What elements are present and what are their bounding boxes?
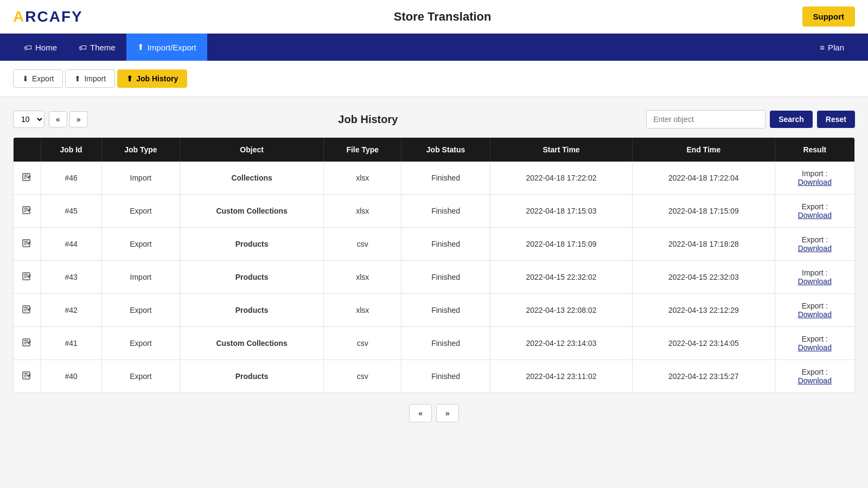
cell-end-time: 2022-04-12 23:14:05 (633, 327, 775, 360)
cell-job-type: Export (101, 327, 180, 360)
cell-file-type: xlsx (324, 261, 401, 294)
col-header-job-id: Job Id (41, 138, 101, 162)
cell-end-time: 2022-04-12 23:15:27 (633, 360, 775, 393)
cell-start-time: 2022-04-13 22:08:02 (490, 294, 632, 327)
download-link[interactable]: Download (798, 277, 832, 286)
page-size-select[interactable]: 10 25 50 (13, 111, 44, 128)
download-link[interactable]: Download (798, 343, 832, 352)
table-row: #43 Import Products xlsx Finished 2022-0… (14, 261, 854, 294)
result-prefix: Export : (802, 368, 828, 376)
row-edit-icon[interactable] (14, 228, 41, 261)
result-prefix: Import : (802, 169, 827, 178)
cell-job-type: Export (101, 228, 180, 261)
cell-job-type: Export (101, 294, 180, 327)
cell-job-status: Finished (401, 294, 490, 327)
download-link[interactable]: Download (798, 178, 832, 187)
cell-job-id: #44 (41, 228, 101, 261)
cell-end-time: 2022-04-18 17:22:04 (633, 162, 775, 195)
cell-start-time: 2022-04-18 17:22:02 (490, 162, 632, 195)
result-prefix: Export : (802, 202, 828, 211)
table-header-row: Job Id Job Type Object File Type Job Sta… (14, 138, 854, 162)
nav-item-plan[interactable]: ≡ Plan (809, 34, 855, 61)
import-tab-icon: ⬆ (74, 74, 81, 83)
table-row: #40 Export Products csv Finished 2022-04… (14, 360, 854, 393)
plan-icon: ≡ (820, 43, 825, 52)
nav-left: 🏷 Home 🏷 Theme ⬆ Import/Export (13, 34, 207, 61)
row-edit-icon[interactable] (14, 195, 41, 228)
job-history-tab-button[interactable]: ⬆ Job History (117, 69, 187, 88)
cell-job-status: Finished (401, 195, 490, 228)
table-row: #42 Export Products xlsx Finished 2022-0… (14, 294, 854, 327)
cell-result: Export : Download (775, 195, 854, 228)
table-row: #41 Export Custom Collections csv Finish… (14, 327, 854, 360)
row-edit-icon[interactable] (14, 294, 41, 327)
cell-file-type: csv (324, 327, 401, 360)
cell-job-type: Export (101, 360, 180, 393)
prev-page-button[interactable]: « (49, 111, 67, 127)
cell-start-time: 2022-04-12 23:14:03 (490, 327, 632, 360)
download-link[interactable]: Download (798, 310, 832, 319)
search-area: Search Reset (646, 110, 855, 129)
download-link[interactable]: Download (798, 376, 832, 385)
job-history-tab-icon: ⬆ (126, 74, 133, 83)
row-edit-icon[interactable] (14, 360, 41, 393)
cell-end-time: 2022-04-18 17:15:09 (633, 195, 775, 228)
download-link[interactable]: Download (798, 244, 832, 253)
nav-item-theme[interactable]: 🏷 Theme (68, 34, 126, 61)
col-header-file-type: File Type (324, 138, 401, 162)
table-row: #44 Export Products csv Finished 2022-04… (14, 228, 854, 261)
page-title: Store Translation (394, 10, 492, 24)
row-edit-icon[interactable] (14, 162, 41, 195)
cell-result: Export : Download (775, 327, 854, 360)
result-prefix: Import : (802, 268, 827, 277)
top-bar: ARCAFY Store Translation Support (0, 0, 868, 34)
bottom-pagination: « » (13, 393, 855, 433)
bottom-next-button[interactable]: » (436, 404, 459, 422)
search-button[interactable]: Search (770, 111, 813, 128)
cell-object: Products (180, 294, 324, 327)
col-header-object: Object (180, 138, 324, 162)
cell-file-type: xlsx (324, 294, 401, 327)
import-tab-button[interactable]: ⬆ Import (65, 69, 115, 88)
cell-object: Custom Collections (180, 327, 324, 360)
cell-result: Export : Download (775, 360, 854, 393)
col-header-end-time: End Time (633, 138, 775, 162)
bottom-prev-button[interactable]: « (409, 404, 432, 422)
cell-end-time: 2022-04-13 22:12:29 (633, 294, 775, 327)
cell-job-status: Finished (401, 228, 490, 261)
main-content: 10 25 50 « » Job History Search Reset Jo… (0, 97, 868, 446)
reset-button[interactable]: Reset (817, 111, 855, 128)
cell-job-type: Export (101, 195, 180, 228)
row-edit-icon[interactable] (14, 261, 41, 294)
cell-job-id: #45 (41, 195, 101, 228)
logo-a: A (13, 8, 25, 25)
table-row: #46 Import Collections xlsx Finished 202… (14, 162, 854, 195)
cell-file-type: csv (324, 228, 401, 261)
col-header-job-type: Job Type (101, 138, 180, 162)
cell-result: Import : Download (775, 162, 854, 195)
cell-job-type: Import (101, 162, 180, 195)
cell-end-time: 2022-04-18 17:18:28 (633, 228, 775, 261)
cell-start-time: 2022-04-15 22:32:02 (490, 261, 632, 294)
search-input[interactable] (646, 110, 765, 129)
cell-job-status: Finished (401, 162, 490, 195)
row-edit-icon[interactable] (14, 327, 41, 360)
support-button[interactable]: Support (802, 7, 856, 27)
cell-start-time: 2022-04-18 17:15:03 (490, 195, 632, 228)
col-header-result: Result (775, 138, 854, 162)
download-link[interactable]: Download (798, 211, 832, 220)
cell-job-status: Finished (401, 360, 490, 393)
export-tab-button[interactable]: ⬇ Export (13, 69, 63, 88)
next-page-button[interactable]: » (69, 111, 88, 127)
cell-job-status: Finished (401, 261, 490, 294)
table-row: #45 Export Custom Collections xlsx Finis… (14, 195, 854, 228)
cell-start-time: 2022-04-12 23:11:02 (490, 360, 632, 393)
cell-job-id: #40 (41, 360, 101, 393)
nav-item-home[interactable]: 🏷 Home (13, 34, 68, 61)
nav-item-import-export[interactable]: ⬆ Import/Export (126, 34, 207, 61)
cell-job-id: #41 (41, 327, 101, 360)
section-title: Job History (90, 113, 647, 126)
result-prefix: Export : (802, 301, 828, 310)
import-export-icon: ⬆ (137, 42, 144, 52)
cell-result: Export : Download (775, 228, 854, 261)
